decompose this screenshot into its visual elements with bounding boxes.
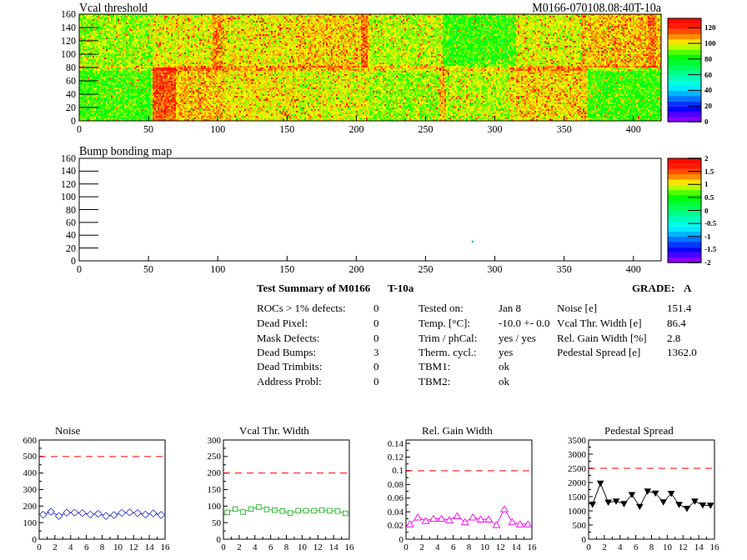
svg-text:160: 160 — [61, 8, 76, 20]
svg-text:0: 0 — [582, 534, 587, 544]
svg-text:2: 2 — [704, 154, 709, 162]
svg-text:6: 6 — [451, 542, 456, 552]
svg-text:0: 0 — [77, 263, 82, 275]
svg-text:300: 300 — [488, 123, 503, 135]
summary-label: Temp. [°C]: — [419, 317, 470, 330]
svg-text:1.5: 1.5 — [704, 168, 714, 176]
svg-text:0: 0 — [221, 542, 226, 552]
svg-text:10: 10 — [113, 542, 123, 552]
summary-value: 151.4 — [667, 302, 691, 315]
svg-text:60: 60 — [66, 217, 76, 228]
svg-text:4: 4 — [618, 542, 623, 552]
svg-text:350: 350 — [557, 263, 572, 275]
bump-map-axes: 0501001502002503003504000204060801001201… — [61, 152, 661, 275]
svg-text:0: 0 — [77, 123, 82, 135]
svg-text:16: 16 — [345, 542, 355, 552]
svg-text:0.12: 0.12 — [388, 452, 404, 462]
summary-label: Rel. Gain Width [%] — [557, 332, 647, 345]
summary-label: Dead Trimbits: — [257, 360, 322, 373]
svg-text:20: 20 — [66, 102, 76, 113]
vcal-map-axes: 0501001502002503003504000204060801001201… — [61, 8, 661, 135]
svg-text:-1: -1 — [704, 232, 711, 241]
svg-text:0: 0 — [217, 534, 222, 544]
svg-text:0: 0 — [704, 207, 709, 215]
summary-label: Trim / phCal: — [419, 332, 477, 345]
pedestal-spread-plot-title: Pedestal Spread — [604, 424, 674, 438]
svg-text:0: 0 — [404, 542, 409, 552]
svg-text:60: 60 — [66, 75, 76, 87]
svg-text:12: 12 — [129, 542, 138, 552]
svg-text:-0.5: -0.5 — [704, 219, 717, 228]
svg-text:8: 8 — [100, 542, 105, 552]
svg-text:0: 0 — [586, 542, 591, 552]
summary-label: Tested on: — [419, 302, 464, 315]
summary-value: ok — [499, 375, 509, 388]
svg-text:60: 60 — [704, 71, 713, 79]
svg-text:0.02: 0.02 — [388, 520, 404, 530]
svg-text:120: 120 — [704, 23, 716, 32]
svg-text:40: 40 — [704, 86, 713, 94]
svg-text:-2: -2 — [704, 258, 711, 267]
svg-text:0: 0 — [33, 534, 38, 544]
svg-text:1: 1 — [704, 180, 709, 188]
svg-text:10: 10 — [480, 542, 490, 552]
svg-text:80: 80 — [66, 62, 76, 73]
svg-text:12: 12 — [313, 542, 323, 552]
svg-text:2000: 2000 — [568, 478, 587, 488]
svg-text:2500: 2500 — [568, 463, 587, 473]
svg-text:120: 120 — [61, 178, 76, 190]
svg-text:100: 100 — [23, 518, 38, 528]
svg-text:2: 2 — [602, 542, 607, 552]
bump-defect-points — [472, 241, 474, 243]
svg-text:8: 8 — [467, 542, 472, 552]
summary-label: Address Probl: — [257, 375, 322, 388]
svg-text:6: 6 — [634, 542, 639, 552]
svg-text:14: 14 — [512, 542, 522, 552]
summary-label: ROCs > 1% defects: — [257, 302, 346, 315]
grade-label: GRADE: — [632, 282, 674, 295]
svg-text:4: 4 — [253, 542, 258, 552]
svg-text:600: 600 — [23, 435, 38, 445]
summary-value: 1362.0 — [667, 346, 697, 359]
vcal-map-title: Vcal threshold — [79, 2, 148, 15]
svg-text:14: 14 — [145, 542, 155, 552]
svg-text:50: 50 — [143, 123, 153, 135]
svg-text:200: 200 — [23, 501, 38, 511]
summary-value: yes / yes — [499, 332, 536, 345]
grade-value: A — [684, 282, 691, 295]
svg-text:100: 100 — [208, 501, 222, 511]
vcal-thr-width-plot: 0246810121416050100150200250300 — [208, 435, 355, 552]
svg-text:8: 8 — [649, 542, 654, 552]
svg-text:20: 20 — [66, 242, 76, 254]
summary-label: Vcal Thr. Width [e] — [557, 317, 642, 330]
svg-text:-1.5: -1.5 — [704, 245, 717, 253]
summary-label: Noise [e] — [557, 302, 597, 315]
module-test-report: 0501001502002503003504000204060801001201… — [0, 0, 747, 560]
svg-text:300: 300 — [488, 263, 503, 275]
svg-text:10: 10 — [298, 542, 308, 552]
svg-text:100: 100 — [61, 191, 76, 202]
summary-subtitle: T-10a — [388, 282, 414, 295]
svg-text:2: 2 — [419, 542, 424, 552]
svg-text:100: 100 — [704, 39, 716, 48]
svg-text:0: 0 — [71, 115, 76, 127]
noise-plot: 02468101214160100200300400500600 — [23, 435, 171, 552]
summary-label: Therm. cycl.: — [419, 346, 477, 359]
svg-text:1500: 1500 — [568, 492, 587, 502]
svg-text:50: 50 — [212, 518, 222, 528]
svg-text:150: 150 — [279, 123, 294, 135]
svg-text:40: 40 — [66, 229, 76, 241]
svg-text:0: 0 — [37, 542, 42, 552]
rel-gain-width-plot: 024681012141600.020.040.060.080.10.120.1… — [388, 438, 537, 552]
svg-text:100: 100 — [210, 263, 225, 275]
svg-text:6: 6 — [84, 542, 89, 552]
svg-text:16: 16 — [161, 542, 171, 552]
svg-text:140: 140 — [61, 22, 76, 33]
svg-text:12: 12 — [496, 542, 505, 552]
svg-text:6: 6 — [268, 542, 273, 552]
vcal-colorbar: 020406080100120 — [668, 18, 716, 126]
svg-text:0.14: 0.14 — [388, 438, 404, 448]
svg-text:400: 400 — [23, 468, 38, 478]
svg-text:16: 16 — [528, 542, 538, 552]
svg-text:3500: 3500 — [568, 435, 587, 445]
